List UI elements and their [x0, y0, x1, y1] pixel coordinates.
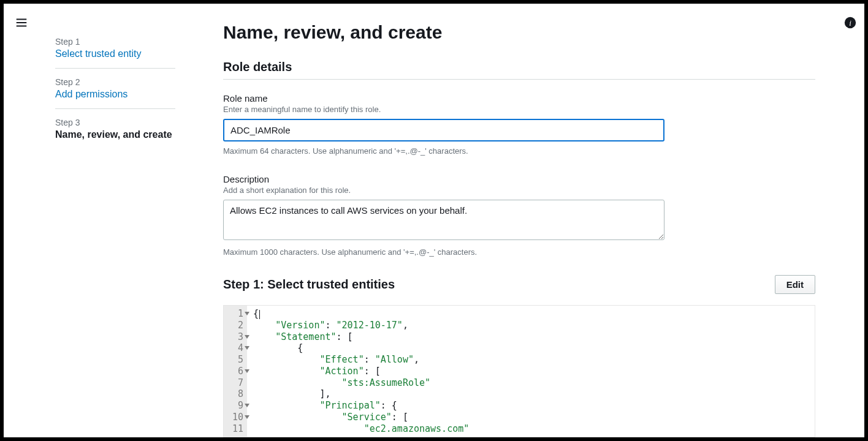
main-content: Name, review, and create Role details Ro… [223, 22, 815, 437]
step-1[interactable]: Step 1 Select trusted entity [55, 28, 175, 69]
step-label: Step 2 [55, 77, 175, 87]
description-field: Description Add a short explanation for … [223, 174, 815, 257]
step-title[interactable]: Add permissions [55, 89, 175, 100]
description-input[interactable] [223, 200, 664, 240]
field-hint: Add a short explanation for this role. [223, 186, 815, 195]
role-details-heading: Role details [223, 60, 815, 74]
policy-code[interactable]: { "Version": "2012-10-17", "Statement": … [247, 306, 475, 437]
line-gutter: 1234567891011 [224, 306, 247, 437]
step-label: Step 1 [55, 37, 175, 47]
field-constraint: Maximum 1000 characters. Use alphanumeri… [223, 247, 815, 257]
step-title: Name, review, and create [55, 129, 175, 140]
step-3: Step 3 Name, review, and create [55, 109, 175, 149]
section-title: Step 1: Select trusted entities [223, 277, 395, 292]
menu-icon[interactable] [15, 16, 28, 29]
policy-editor[interactable]: 1234567891011 { "Version": "2012-10-17",… [223, 305, 815, 437]
help-icon[interactable]: i [843, 16, 857, 29]
step-2[interactable]: Step 2 Add permissions [55, 69, 175, 109]
step-title[interactable]: Select trusted entity [55, 48, 175, 59]
field-constraint: Maximum 64 characters. Use alphanumeric … [223, 146, 815, 156]
divider [223, 79, 815, 80]
field-label: Role name [223, 93, 815, 104]
step-label: Step 3 [55, 118, 175, 127]
field-label: Description [223, 174, 815, 184]
svg-text:i: i [849, 19, 851, 28]
edit-button[interactable]: Edit [775, 275, 815, 294]
wizard-steps: Step 1 Select trusted entity Step 2 Add … [55, 28, 175, 149]
role-name-input[interactable] [223, 119, 664, 141]
field-hint: Enter a meaningful name to identify this… [223, 105, 815, 114]
trusted-entities-header: Step 1: Select trusted entities Edit [223, 275, 815, 294]
page-title: Name, review, and create [223, 22, 815, 43]
role-name-field: Role name Enter a meaningful name to ide… [223, 93, 815, 156]
